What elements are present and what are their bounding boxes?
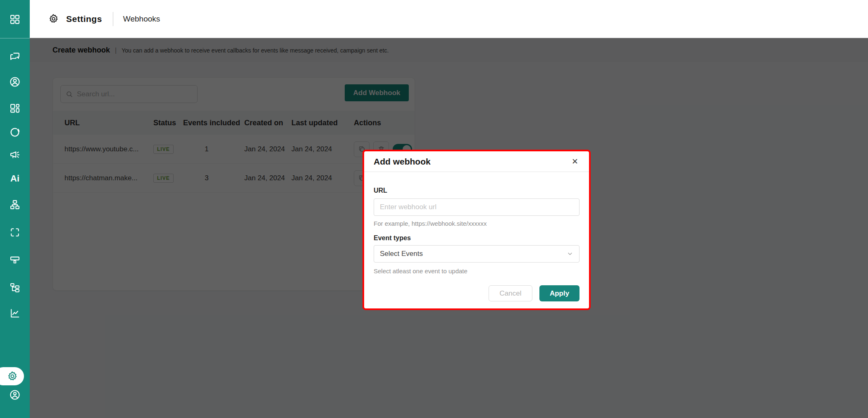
dashboard-grid-icon[interactable]	[9, 14, 21, 25]
add-webhook-modal: Add webhook ✕ URL For example, https://w…	[364, 151, 589, 308]
event-types-select[interactable]: Select Events	[374, 245, 579, 263]
integrations-icon[interactable]	[9, 282, 21, 294]
url-helper-text: For example, https://webhook.site/xxxxxx	[374, 220, 579, 227]
url-label: URL	[374, 187, 579, 194]
sidebar: Ai	[0, 0, 30, 418]
whatsapp-widget-icon[interactable]	[9, 254, 21, 265]
select-value: Select Events	[380, 250, 423, 258]
kanban-icon[interactable]	[9, 103, 21, 114]
event-types-label: Event types	[374, 234, 579, 242]
page-title: Settings	[66, 14, 102, 24]
profile-icon[interactable]	[9, 389, 21, 401]
contacts-icon[interactable]	[9, 76, 21, 88]
analytics-icon[interactable]	[9, 308, 21, 319]
chats-icon[interactable]	[9, 51, 21, 63]
modal-header: Add webhook ✕	[364, 151, 589, 172]
scan-icon[interactable]	[9, 227, 21, 238]
bot-flows-icon[interactable]	[9, 199, 21, 210]
modal-footer: Cancel Apply	[374, 285, 579, 301]
breadcrumb-webhooks[interactable]: Webhooks	[123, 14, 160, 24]
sidebar-divider	[0, 38, 30, 38]
header-divider	[113, 12, 113, 26]
modal-title: Add webhook	[374, 157, 431, 167]
app-window: Ai	[0, 0, 868, 418]
megaphone-icon[interactable]	[9, 149, 21, 161]
broadcast-ring-icon[interactable]	[9, 127, 21, 138]
close-icon[interactable]: ✕	[570, 157, 579, 166]
ai-icon[interactable]: Ai	[0, 173, 30, 184]
apply-button[interactable]: Apply	[539, 285, 579, 301]
events-helper-text: Select atleast one event to update	[374, 268, 579, 275]
modal-body: URL For example, https://webhook.site/xx…	[364, 187, 589, 301]
chevron-down-icon	[567, 251, 573, 257]
settings-gear-icon	[7, 370, 18, 382]
cancel-button[interactable]: Cancel	[489, 285, 532, 301]
settings-header-gear-icon	[48, 13, 59, 24]
webhook-url-input[interactable]	[374, 198, 579, 216]
sidebar-item-settings-active[interactable]	[0, 367, 24, 385]
top-header: Settings Webhooks	[30, 0, 868, 38]
